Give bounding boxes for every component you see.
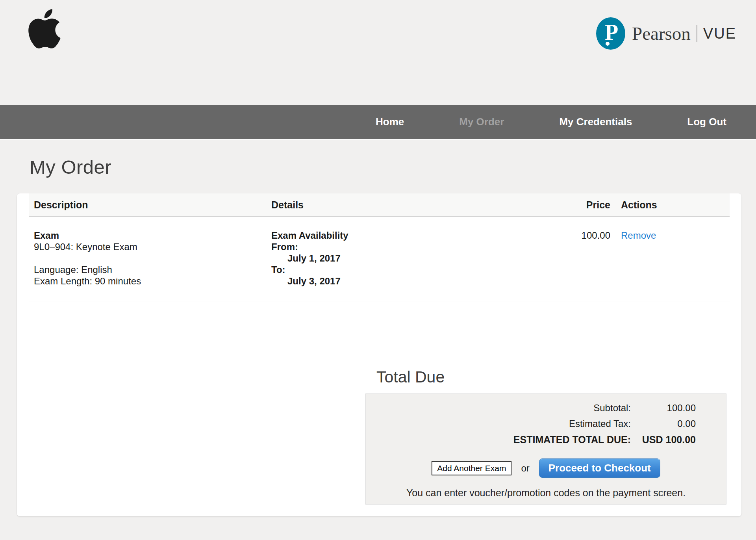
page-title: My Order <box>30 156 756 178</box>
logo-divider <box>697 25 697 42</box>
column-header-details: Details <box>271 199 523 211</box>
availability-from-label: From: <box>271 241 523 252</box>
exam-code-name: 9L0–904: Keynote Exam <box>34 241 271 252</box>
exam-description-cell: Exam 9L0–904: Keynote Exam Language: Eng… <box>29 230 271 287</box>
exam-availability-label: Exam Availability <box>271 230 523 241</box>
order-card: Description Details Price Actions Exam 9… <box>17 193 741 516</box>
checkout-buttons-row: Add Another Exam or Proceed to Checkout <box>366 458 726 478</box>
or-text: or <box>521 463 529 474</box>
estimated-total-due-label: ESTIMATED TOTAL DUE: <box>513 432 631 447</box>
total-due-heading: Total Due <box>376 367 741 386</box>
exam-details-cell: Exam Availability From: July 1, 2017 To:… <box>271 230 523 287</box>
nav-item-log-out[interactable]: Log Out <box>687 116 726 128</box>
subtotal-row: Subtotal: 100.00 <box>366 400 696 416</box>
add-another-exam-button[interactable]: Add Another Exam <box>432 461 511 475</box>
column-header-actions: Actions <box>610 199 730 211</box>
main-navigation: Home My Order My Credentials Log Out <box>0 105 756 140</box>
estimated-tax-label: Estimated Tax: <box>569 416 631 432</box>
subtotal-value: 100.00 <box>631 400 696 416</box>
pearson-monogram-icon: P <box>596 17 625 50</box>
exam-type-label: Exam <box>34 230 271 241</box>
exam-length: Exam Length: 90 minutes <box>34 275 271 287</box>
estimated-tax-value: 0.00 <box>631 416 696 432</box>
order-table: Description Details Price Actions Exam 9… <box>29 193 730 301</box>
estimated-total-due-row: ESTIMATED TOTAL DUE: USD 100.00 <box>366 432 696 447</box>
availability-from-date: July 1, 2017 <box>271 252 523 264</box>
exam-actions-cell: Remove <box>610 230 730 287</box>
order-table-header: Description Details Price Actions <box>29 193 730 217</box>
pearson-vue-logo: P Pearson VUE <box>596 17 736 50</box>
main-content: My Order Description Details Price Actio… <box>0 156 756 516</box>
total-rows: Subtotal: 100.00 Estimated Tax: 0.00 EST… <box>366 400 726 447</box>
pearson-wordmark: Pearson <box>632 23 691 44</box>
total-due-panel: Subtotal: 100.00 Estimated Tax: 0.00 EST… <box>365 393 726 505</box>
apple-logo-icon <box>25 6 64 54</box>
voucher-note: You can enter voucher/promotion codes on… <box>366 487 726 499</box>
top-header: P Pearson VUE <box>0 0 756 105</box>
vue-wordmark: VUE <box>703 25 736 42</box>
estimated-total-due-value: USD 100.00 <box>631 432 696 447</box>
nav-item-home[interactable]: Home <box>376 116 404 128</box>
availability-to-label: To: <box>271 264 523 275</box>
svg-text:P: P <box>605 20 618 45</box>
estimated-tax-row: Estimated Tax: 0.00 <box>366 416 696 432</box>
exam-language: Language: English <box>34 264 271 275</box>
spacer <box>34 252 271 264</box>
availability-to-date: July 3, 2017 <box>271 275 523 287</box>
subtotal-label: Subtotal: <box>593 400 631 416</box>
column-header-price: Price <box>523 199 610 211</box>
nav-item-my-credentials[interactable]: My Credentials <box>559 116 632 128</box>
order-table-row: Exam 9L0–904: Keynote Exam Language: Eng… <box>29 217 730 301</box>
proceed-to-checkout-button[interactable]: Proceed to Checkout <box>539 458 660 478</box>
exam-price: 100.00 <box>523 230 610 287</box>
column-header-description: Description <box>29 199 271 211</box>
nav-item-my-order: My Order <box>459 116 504 128</box>
remove-link[interactable]: Remove <box>621 230 656 241</box>
